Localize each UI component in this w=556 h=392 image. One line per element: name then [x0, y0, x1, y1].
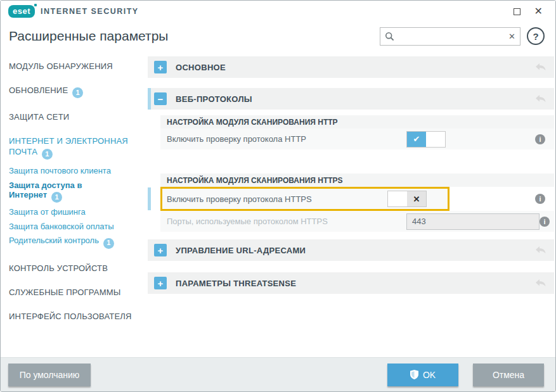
- group-header-http-scanner: НАСТРОЙКА МОДУЛЯ СКАНИРОВАНИЯ HTTP: [160, 115, 554, 129]
- eset-settings-window: eset INTERNET SECURITY ✕ Расширенные пар…: [0, 0, 556, 392]
- product-name: INTERNET SECURITY: [41, 7, 139, 16]
- section-title: ВЕБ-ПРОТОКОЛЫ: [176, 94, 252, 104]
- sidebar-item-label: ОБНОВЛЕНИЕ: [9, 85, 68, 95]
- expand-plus-icon[interactable]: +: [154, 277, 167, 289]
- maximize-icon[interactable]: [514, 8, 520, 15]
- cancel-button-label: Отмена: [493, 370, 524, 380]
- toggle-empty-half: [388, 191, 407, 206]
- https-ports-input: [406, 213, 540, 230]
- section-header-web-protocols[interactable]: − ВЕБ-ПРОТОКОЛЫ: [148, 88, 554, 110]
- group-title: НАСТРОЙКА МОДУЛЯ СКАНИРОВАНИЯ HTTP: [167, 118, 338, 127]
- info-icon[interactable]: i: [535, 134, 545, 144]
- section-header-url-management[interactable]: + УПРАВЛЕНИЕ URL-АДРЕСАМИ: [148, 239, 554, 261]
- focused-row-accent-bar: [148, 187, 151, 210]
- notification-badge: 1: [72, 87, 83, 98]
- sidebar-item-web-access-protection[interactable]: Защита доступа в Интернет1: [9, 180, 110, 203]
- https-toggle-off[interactable]: ✕: [387, 191, 427, 207]
- toggle-empty-half: [426, 132, 445, 147]
- sidebar-item-tools[interactable]: СЛУЖЕБНЫЕ ПРОГРАММЫ: [9, 287, 145, 298]
- http-toggle-on[interactable]: ✔: [406, 131, 446, 148]
- setting-label: Включить проверку протокола HTTPS: [167, 194, 387, 204]
- sidebar-item-label: ЗАЩИТА СЕТИ: [9, 112, 69, 122]
- undo-icon: [535, 63, 546, 72]
- sidebar-item-web-and-email[interactable]: ИНТЕРНЕТ И ЭЛЕКТРОННАЯ ПОЧТА1: [9, 136, 145, 160]
- setting-row-https-ports: Порты, используемые протоколом HTTPS i: [160, 211, 554, 232]
- section-header-basic[interactable]: + ОСНОВНОЕ: [148, 56, 554, 78]
- sidebar-item-label: ИНТЕРНЕТ И ЭЛЕКТРОННАЯ ПОЧТА: [9, 136, 128, 156]
- sidebar-item-detection-engine[interactable]: МОДУЛЬ ОБНАРУЖЕНИЯ: [9, 61, 145, 72]
- info-icon[interactable]: i: [535, 194, 545, 204]
- sidebar-item-label: СЛУЖЕБНЫЕ ПРОГРАММЫ: [9, 288, 120, 297]
- section-title: ОСНОВНОЕ: [176, 63, 226, 72]
- undo-icon: [535, 246, 546, 255]
- page-title: Расширенные параметры: [9, 28, 168, 44]
- setting-row-enable-http: Включить проверку протокола HTTP ✔ i: [160, 129, 554, 149]
- cross-icon: ✕: [407, 191, 426, 206]
- sidebar-item-network-protection[interactable]: ЗАЩИТА СЕТИ: [9, 111, 145, 122]
- search-clear-icon[interactable]: ✕: [508, 32, 515, 41]
- revert-to-default-button[interactable]: [535, 94, 546, 103]
- close-icon[interactable]: ✕: [534, 6, 543, 16]
- revert-to-default-button[interactable]: [535, 63, 546, 72]
- eset-logo-text: eset: [13, 6, 30, 16]
- ok-button[interactable]: OK: [387, 364, 458, 386]
- search-input[interactable]: [398, 32, 505, 41]
- setting-label: Включить проверку протокола HTTP: [167, 134, 406, 144]
- undo-icon: [535, 94, 546, 103]
- titlebar: eset INTERNET SECURITY ✕: [1, 1, 555, 22]
- notification-badge: 1: [42, 149, 53, 160]
- sidebar-item-email-client-protection[interactable]: Защита почтового клиента: [9, 166, 145, 176]
- revert-to-default-button[interactable]: [535, 279, 546, 288]
- undo-icon: [535, 279, 546, 288]
- section-header-threatsense[interactable]: + ПАРАМЕТРЫ THREATSENSE: [148, 272, 554, 294]
- section-title: УПРАВЛЕНИЕ URL-АДРЕСАМИ: [176, 246, 306, 255]
- group-title: НАСТРОЙКА МОДУЛЯ СКАНИРОВАНИЯ HTTPS: [167, 176, 343, 185]
- collapse-minus-icon[interactable]: −: [154, 92, 167, 105]
- cancel-button[interactable]: Отмена: [473, 364, 544, 386]
- sidebar-item-label: ИНТЕРФЕЙС ПОЛЬЗОВАТЕЛЯ: [9, 312, 132, 321]
- uac-shield-icon: [410, 370, 418, 379]
- search-box[interactable]: ✕: [380, 27, 520, 46]
- setting-row-enable-https: Включить проверку протокола HTTPS ✕ i: [160, 187, 554, 211]
- expand-plus-icon[interactable]: +: [154, 61, 167, 73]
- settings-panel: + ОСНОВНОЕ − ВЕБ-ПРОТОКОЛЫ НАСТРОЙКА МОД…: [148, 56, 554, 294]
- footer-bar: По умолчанию OK Отмена: [1, 357, 555, 391]
- sidebar-item-banking-protection[interactable]: Защита банковской оплаты: [9, 222, 145, 232]
- notification-badge: 1: [51, 192, 62, 203]
- sidebar-subitem-label: Защита почтового клиента: [9, 166, 111, 175]
- default-button[interactable]: По умолчанию: [8, 364, 91, 386]
- page-header: Расширенные параметры ✕ ?: [1, 22, 555, 55]
- logo-trademark-mark: [34, 4, 37, 6]
- eset-logo: eset: [8, 5, 35, 18]
- sidebar-item-antiphishing[interactable]: Защита от фишинга: [9, 207, 145, 217]
- help-button[interactable]: ?: [527, 27, 545, 45]
- highlight-outline: Включить проверку протокола HTTPS ✕: [160, 187, 449, 211]
- revert-to-default-button[interactable]: [535, 246, 546, 255]
- search-icon: [385, 32, 395, 42]
- sidebar-subitem-label: Защита от фишинга: [9, 207, 86, 217]
- check-icon: ✔: [407, 132, 426, 147]
- ok-button-label: OK: [423, 370, 436, 380]
- default-button-label: По умолчанию: [20, 370, 80, 380]
- sidebar-item-update[interactable]: ОБНОВЛЕНИЕ1: [9, 85, 145, 98]
- sidebar-subitem-label: Защита доступа в Интернет: [9, 180, 82, 200]
- expand-plus-icon[interactable]: +: [154, 244, 167, 256]
- window-controls: ✕: [514, 6, 548, 16]
- sidebar-item-user-interface[interactable]: ИНТЕРФЕЙС ПОЛЬЗОВАТЕЛЯ: [9, 311, 145, 322]
- notification-badge: 1: [103, 238, 114, 249]
- section-title: ПАРАМЕТРЫ THREATSENSE: [176, 279, 296, 288]
- sidebar: МОДУЛЬ ОБНАРУЖЕНИЯ ОБНОВЛЕНИЕ1 ЗАЩИТА СЕ…: [9, 61, 145, 335]
- sidebar-item-parental-control[interactable]: Родительский контроль1: [9, 236, 145, 248]
- sidebar-subitem-label: Родительский контроль: [9, 236, 99, 245]
- sidebar-item-label: МОДУЛЬ ОБНАРУЖЕНИЯ: [9, 61, 113, 71]
- group-header-https-scanner: НАСТРОЙКА МОДУЛЯ СКАНИРОВАНИЯ HTTPS: [160, 174, 554, 187]
- sidebar-item-label: КОНТРОЛЬ УСТРОЙСТВ: [9, 263, 108, 273]
- sidebar-subitem-label: Защита банковской оплаты: [9, 222, 114, 231]
- setting-label-disabled: Порты, используемые протоколом HTTPS: [167, 217, 406, 226]
- sidebar-item-device-control[interactable]: КОНТРОЛЬ УСТРОЙСТВ: [9, 263, 145, 274]
- info-icon[interactable]: i: [540, 217, 550, 227]
- sidebar-subsection: Защита почтового клиента Защита доступа …: [9, 166, 145, 249]
